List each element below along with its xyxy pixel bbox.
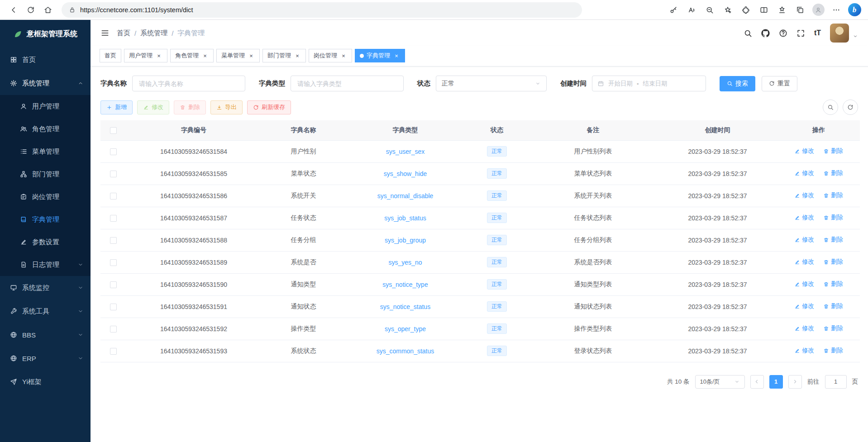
- read-aloud-button[interactable]: [683, 2, 700, 18]
- dict-type-link[interactable]: sys_job_status: [384, 214, 426, 222]
- refresh-table-button[interactable]: [843, 100, 858, 115]
- row-edit-button[interactable]: 修改: [794, 347, 814, 355]
- row-delete-button[interactable]: 删除: [823, 214, 843, 222]
- bing-chat-button[interactable]: b: [846, 2, 863, 18]
- close-icon[interactable]: ×: [248, 52, 255, 59]
- row-edit-button[interactable]: 修改: [794, 191, 814, 200]
- row-checkbox[interactable]: [110, 171, 117, 177]
- row-checkbox[interactable]: [110, 237, 117, 244]
- close-icon[interactable]: ×: [155, 52, 162, 59]
- page-number-button[interactable]: 1: [769, 375, 783, 389]
- tab-dict-management[interactable]: 字典管理×: [355, 49, 405, 62]
- sidebar-item-log-management[interactable]: 日志管理: [0, 253, 91, 276]
- sidebar-item-user-management[interactable]: 用户管理: [0, 95, 91, 118]
- dict-type-link[interactable]: sys_notice_type: [382, 281, 428, 288]
- sidebar-item-dict-management[interactable]: 字典管理: [0, 208, 91, 231]
- breadcrumb-item-system[interactable]: 系统管理: [140, 29, 167, 38]
- tab-post-management[interactable]: 岗位管理×: [309, 49, 352, 62]
- dict-type-link[interactable]: sys_normal_disable: [377, 192, 434, 200]
- select-all-checkbox[interactable]: [110, 127, 117, 134]
- row-checkbox[interactable]: [110, 259, 117, 266]
- header-search-button[interactable]: [744, 29, 752, 38]
- sidebar-item-dept-management[interactable]: 部门管理: [0, 163, 91, 185]
- next-page-button[interactable]: [788, 375, 802, 389]
- delete-button[interactable]: 删除: [174, 100, 206, 114]
- row-edit-button[interactable]: 修改: [794, 324, 814, 333]
- help-icon[interactable]: [779, 29, 787, 38]
- extensions-button[interactable]: [738, 2, 754, 18]
- row-checkbox[interactable]: [110, 304, 117, 310]
- row-edit-button[interactable]: 修改: [794, 147, 814, 155]
- prev-page-button[interactable]: [750, 375, 764, 389]
- refresh-cache-button[interactable]: 刷新缓存: [247, 100, 291, 114]
- add-favorite-button[interactable]: [720, 2, 736, 18]
- browser-address-bar[interactable]: https://ccnetcore.com:1101/system/dict: [62, 2, 582, 18]
- row-delete-button[interactable]: 删除: [823, 191, 843, 200]
- row-delete-button[interactable]: 删除: [823, 258, 843, 266]
- sidebar-item-bbs[interactable]: BBS: [0, 323, 91, 347]
- split-screen-button[interactable]: [756, 2, 772, 18]
- close-icon[interactable]: ×: [294, 52, 301, 59]
- tab-dept-management[interactable]: 部门管理×: [262, 49, 306, 62]
- row-edit-button[interactable]: 修改: [794, 214, 814, 222]
- dict-type-link[interactable]: sys_oper_type: [385, 325, 426, 333]
- page-size-select[interactable]: 10条/页: [695, 375, 745, 389]
- dict-type-link[interactable]: sys_job_group: [385, 237, 426, 244]
- tab-menu-management[interactable]: 菜单管理×: [216, 49, 260, 62]
- collections-button[interactable]: [792, 2, 808, 18]
- goto-page-input[interactable]: [825, 375, 847, 389]
- row-edit-button[interactable]: 修改: [794, 169, 814, 177]
- row-edit-button[interactable]: 修改: [794, 258, 814, 266]
- sidebar-item-erp[interactable]: ERP: [0, 347, 91, 370]
- dict-type-link[interactable]: sys_notice_status: [380, 303, 430, 310]
- tab-home[interactable]: 首页: [100, 49, 121, 62]
- fullscreen-button[interactable]: [796, 29, 805, 38]
- row-delete-button[interactable]: 删除: [823, 147, 843, 155]
- row-delete-button[interactable]: 删除: [823, 302, 843, 310]
- row-checkbox[interactable]: [110, 348, 117, 355]
- user-avatar[interactable]: [830, 24, 849, 43]
- sidebar-item-role-management[interactable]: 角色管理: [0, 118, 91, 140]
- row-delete-button[interactable]: 删除: [823, 236, 843, 244]
- close-icon[interactable]: ×: [340, 52, 347, 59]
- sidebar-item-param-settings[interactable]: 参数设置: [0, 231, 91, 253]
- browser-home-button[interactable]: [40, 2, 56, 18]
- font-size-button[interactable]: tT: [814, 29, 821, 37]
- row-checkbox[interactable]: [110, 215, 117, 222]
- sidebar-item-menu-management[interactable]: 菜单管理: [0, 140, 91, 163]
- sidebar-item-system-monitor[interactable]: 系统监控: [0, 276, 91, 299]
- breadcrumb-item-home[interactable]: 首页: [117, 29, 130, 38]
- reset-button[interactable]: 重置: [762, 76, 797, 91]
- row-checkbox[interactable]: [110, 193, 117, 200]
- sidebar-item-system-tools[interactable]: 系统工具: [0, 299, 91, 323]
- browser-menu-button[interactable]: [828, 2, 844, 18]
- dict-type-link[interactable]: sys_show_hide: [384, 170, 427, 177]
- dict-name-input[interactable]: [132, 76, 245, 91]
- sidebar-item-post-management[interactable]: 岗位管理: [0, 185, 91, 208]
- github-icon[interactable]: [761, 29, 770, 38]
- add-button[interactable]: 新增: [100, 100, 133, 114]
- tab-user-management[interactable]: 用户管理×: [124, 49, 167, 62]
- close-icon[interactable]: ×: [393, 52, 400, 59]
- zoom-button[interactable]: [701, 2, 718, 18]
- dict-type-input[interactable]: [291, 76, 404, 91]
- row-delete-button[interactable]: 删除: [823, 169, 843, 177]
- browser-profile-button[interactable]: [810, 2, 826, 18]
- row-delete-button[interactable]: 删除: [823, 347, 843, 355]
- row-edit-button[interactable]: 修改: [794, 302, 814, 310]
- sidebar-item-system-management[interactable]: 系统管理: [0, 71, 91, 95]
- dict-type-link[interactable]: sys_yes_no: [389, 259, 422, 266]
- export-button[interactable]: 导出: [210, 100, 243, 114]
- sidebar-toggle-button[interactable]: [100, 29, 110, 38]
- dict-type-link[interactable]: sys_common_status: [377, 347, 434, 355]
- browser-back-button[interactable]: [5, 2, 22, 18]
- row-delete-button[interactable]: 删除: [823, 324, 843, 333]
- sidebar-item-home[interactable]: 首页: [0, 48, 91, 71]
- dict-type-link[interactable]: sys_user_sex: [386, 148, 425, 155]
- toggle-search-button[interactable]: [823, 100, 838, 115]
- row-edit-button[interactable]: 修改: [794, 280, 814, 288]
- row-checkbox[interactable]: [110, 281, 117, 288]
- row-delete-button[interactable]: 删除: [823, 280, 843, 288]
- status-select[interactable]: 正常: [436, 76, 547, 91]
- row-checkbox[interactable]: [110, 326, 117, 333]
